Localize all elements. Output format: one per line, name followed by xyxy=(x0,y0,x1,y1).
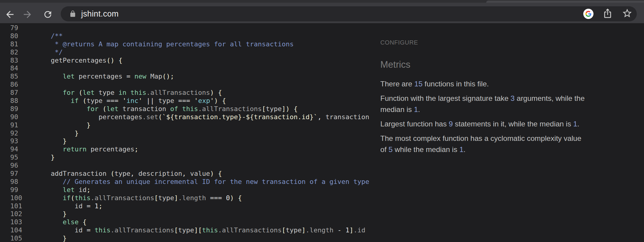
bookmark-star-icon[interactable] xyxy=(622,8,633,20)
code-line: 99 let id; xyxy=(0,186,372,194)
code-line: 93 } xyxy=(0,137,372,145)
code-line: 105 } xyxy=(0,234,372,242)
code-line: 90 percentages.set(`${transaction.type}-… xyxy=(0,113,372,121)
line-number: 103 xyxy=(0,218,23,226)
line-number: 101 xyxy=(0,202,23,210)
url-text[interactable]: jshint.com xyxy=(81,9,119,19)
line-number: 94 xyxy=(0,145,23,154)
back-button[interactable] xyxy=(4,9,16,20)
code-line: 87 for (let type in this.allTransactions… xyxy=(0,89,372,97)
line-number: 81 xyxy=(0,40,23,48)
line-number: 99 xyxy=(0,186,23,194)
forward-arrow-icon xyxy=(22,9,33,20)
code-line: 92 } xyxy=(0,129,372,138)
secure-lock-icon xyxy=(69,10,76,17)
code-line: 84 xyxy=(0,64,372,73)
line-number: 84 xyxy=(0,64,23,73)
code-line: 103 else { xyxy=(0,218,372,226)
code-line: 88 if (type === 'inc' || type === 'exp')… xyxy=(0,97,372,105)
reload-button[interactable] xyxy=(42,9,54,20)
code-line: 97 addTransaction (type, description, va… xyxy=(0,170,372,178)
line-number: 79 xyxy=(0,24,23,32)
line-number: 88 xyxy=(0,97,23,105)
configure-button[interactable]: CONFIGURE xyxy=(380,39,418,46)
code-line: 91 } xyxy=(0,121,372,129)
line-number: 86 xyxy=(0,81,23,89)
line-number: 96 xyxy=(0,162,23,170)
google-logo-icon[interactable] xyxy=(583,9,593,19)
metrics-paragraphs: There are 15 functions in this file.Func… xyxy=(380,78,612,155)
code-line: 89 for (let transaction of this.allTrans… xyxy=(0,105,372,113)
code-line: 82 */ xyxy=(0,48,372,57)
code-line: 86 xyxy=(0,81,372,89)
code-line: 102 } xyxy=(0,210,372,218)
browser-window: jshint.com xyxy=(0,0,644,242)
line-number: 95 xyxy=(0,154,23,162)
tab-strip-segment xyxy=(486,1,644,3)
metrics-paragraph: Function with the largest signature take… xyxy=(380,93,612,115)
line-number: 102 xyxy=(0,210,23,218)
line-number: 89 xyxy=(0,105,23,113)
forward-button[interactable] xyxy=(22,9,33,20)
line-number: 98 xyxy=(0,178,23,186)
line-number: 82 xyxy=(0,48,23,57)
code-line: 81 * @returns A map containing percentag… xyxy=(0,40,372,48)
metrics-paragraph: The most complex function has a cyclomat… xyxy=(380,133,612,155)
line-number: 100 xyxy=(0,194,23,202)
tab-strip xyxy=(0,0,644,3)
code-line: 95 } xyxy=(0,154,372,162)
line-number: 104 xyxy=(0,226,23,234)
line-number: 97 xyxy=(0,170,23,178)
code-line: 79 xyxy=(0,24,372,32)
code-line: 94 return percentages; xyxy=(0,145,372,154)
browser-chrome: jshint.com xyxy=(0,0,644,23)
page-content: 7980 /**81 * @returns A map containing p… xyxy=(0,23,644,242)
code-line: 85 let percentages = new Map(); xyxy=(0,73,372,81)
omnibox-actions xyxy=(583,6,633,21)
code-line: 80 /** xyxy=(0,32,372,40)
line-number: 85 xyxy=(0,73,23,81)
code-line: 100 if(this.allTransactions[type].length… xyxy=(0,194,372,202)
metrics-paragraph: There are 15 functions in this file. xyxy=(380,78,612,89)
code-line: 98 // Generates an unique incremental ID… xyxy=(0,178,372,186)
omnibox[interactable]: jshint.com xyxy=(61,6,637,21)
share-icon[interactable] xyxy=(603,8,613,20)
line-number: 91 xyxy=(0,121,23,129)
line-number: 83 xyxy=(0,57,23,65)
line-number: 80 xyxy=(0,32,23,40)
back-arrow-icon xyxy=(5,9,15,20)
code-line: 101 id = 1; xyxy=(0,202,372,210)
metrics-paragraph: Largest function has 9 statements in it,… xyxy=(380,118,612,129)
browser-toolbar: jshint.com xyxy=(0,3,644,23)
code-editor[interactable]: 7980 /**81 * @returns A map containing p… xyxy=(0,23,372,242)
code-line: 104 id = this.allTransactions[type][this… xyxy=(0,226,372,234)
line-number: 105 xyxy=(0,234,23,242)
code-line: 83 getPercentages() { xyxy=(0,57,372,65)
line-number: 87 xyxy=(0,89,23,97)
line-number: 93 xyxy=(0,137,23,145)
line-number: 90 xyxy=(0,113,23,121)
metrics-panel: CONFIGURE Metrics There are 15 functions… xyxy=(380,23,615,158)
code-line: 96 xyxy=(0,162,372,170)
reload-icon xyxy=(43,9,53,20)
metrics-heading: Metrics xyxy=(380,59,615,70)
line-number: 92 xyxy=(0,129,23,138)
